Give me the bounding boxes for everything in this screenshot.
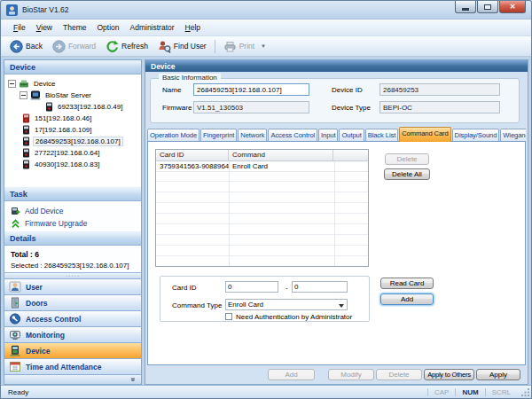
collapse-icon[interactable] (8, 80, 16, 88)
tab-command-card[interactable]: Command Card (399, 127, 450, 142)
minimize-icon (462, 8, 469, 11)
apply-to-others-button[interactable]: Apply to Others (424, 369, 474, 380)
device-panel-header: Device (4, 60, 141, 74)
card-id-label: Card ID (172, 284, 197, 292)
device-icon (45, 102, 53, 112)
menu-administrator[interactable]: Administrator (125, 20, 180, 35)
tab-operation-mode[interactable]: Operation Mode (147, 129, 200, 142)
add-device-link[interactable]: Add Device (11, 205, 135, 217)
details-total: Total : 6 (11, 250, 135, 259)
tab-output[interactable]: Output (339, 129, 364, 142)
tree-item-268459253-selected[interactable]: 268459253[192.168.0.107] (8, 136, 139, 147)
sidebar-item-monitoring[interactable]: Monitoring (4, 326, 141, 342)
tree-item-device-root[interactable]: Device (8, 78, 139, 90)
firmware-upgrade-icon (11, 219, 20, 229)
menu-help[interactable]: Help (180, 20, 206, 35)
tree-item-151[interactable]: 151[192.168.0.46] (8, 113, 139, 124)
tab-black-list[interactable]: Black List (365, 129, 399, 142)
toolbar-overflow-chevron[interactable]: ▾ (262, 43, 265, 50)
col-command: Command (229, 150, 333, 160)
back-icon (10, 40, 23, 53)
tab-input[interactable]: Input (318, 129, 338, 142)
command-type-select[interactable]: Enroll Card (225, 299, 348, 310)
status-cap: CAP (427, 388, 455, 396)
user-icon (9, 281, 21, 293)
refresh-button[interactable]: Refresh (101, 38, 153, 55)
tree-item-40930[interactable]: 40930[192.168.0.83] (8, 159, 139, 170)
tab-display-sound[interactable]: Display/Sound (452, 129, 500, 142)
menu-option[interactable]: Option (91, 20, 124, 35)
tab-wiegand[interactable]: Wiegand (500, 129, 526, 142)
table-row[interactable]: 3759341563-9088964 Enroll Card (156, 161, 368, 172)
add-device-icon (11, 207, 20, 216)
device-group-icon (19, 79, 29, 89)
sidebar-item-time-attendance[interactable]: Time and Attendance (4, 358, 141, 374)
restore-icon (484, 4, 491, 10)
chevron-down-icon (339, 304, 344, 308)
forward-button[interactable]: Forward (48, 38, 100, 55)
device-icon (22, 137, 30, 146)
maximize-button[interactable] (477, 1, 498, 13)
main-panel: Device Basic Information Name Firmware V… (145, 59, 528, 385)
apply-button[interactable]: Apply (476, 369, 520, 380)
basic-information-group: Basic Information Name Firmware V1.51_13… (150, 78, 520, 123)
device-nav-icon (9, 345, 21, 356)
nav-footer: » (4, 374, 141, 384)
tab-fingerprint[interactable]: Fingerprint (200, 129, 237, 142)
details-header: Details (4, 231, 141, 246)
card-id-range-separator: - (286, 284, 288, 292)
add-card-button[interactable]: Add (380, 293, 434, 305)
minimize-button[interactable] (455, 1, 476, 13)
tree-item-biostar-server[interactable]: BioStar Server (8, 90, 139, 101)
sidebar-item-doors[interactable]: Doors (4, 294, 141, 310)
back-button[interactable]: Back (5, 38, 47, 55)
cell-command: Enroll Card (229, 161, 333, 171)
modify-button[interactable]: Modify (328, 369, 374, 380)
read-card-button[interactable]: Read Card (380, 278, 434, 289)
sidebar-item-device[interactable]: Device (4, 342, 141, 358)
card-id-from-input[interactable] (225, 281, 278, 293)
firmware-label: Firmware (162, 104, 192, 112)
delete-button[interactable]: Delete (376, 369, 422, 380)
task-items: Add Device Firmware Upgrade (4, 201, 141, 231)
resize-grip[interactable] (521, 388, 530, 397)
tree-item-69233[interactable]: 69233[192.168.0.49] (8, 101, 139, 113)
details-box: Total : 6 Selected : 268459253[192.168.0… (4, 246, 141, 272)
menu-theme[interactable]: Theme (58, 20, 91, 35)
refresh-icon (106, 40, 119, 53)
tab-access-control[interactable]: Access Control (268, 129, 317, 142)
name-label: Name (162, 86, 181, 94)
find-user-button[interactable]: Find User (153, 38, 211, 55)
need-auth-label: Need Authentication by Administrator (236, 313, 352, 321)
add-button[interactable]: Add (268, 369, 315, 380)
menu-bar: File View Theme Option Administrator Hel… (1, 20, 531, 36)
need-auth-checkbox[interactable] (225, 313, 232, 320)
tree-item-17[interactable]: 17[192.168.0.109] (8, 124, 139, 136)
print-button[interactable]: Print (219, 38, 259, 55)
close-button[interactable]: ✕ (499, 1, 526, 13)
command-card-table[interactable]: Card ID Command 3759341563-9088964 Enrol… (155, 149, 369, 267)
menu-view[interactable]: View (31, 20, 58, 35)
status-scrl: SCRL (485, 388, 517, 396)
delete-card-button[interactable]: Delete (385, 153, 429, 165)
device-icon-red (22, 113, 30, 123)
app-icon (6, 4, 18, 16)
print-icon (223, 40, 237, 53)
sidebar-item-access-control[interactable]: Access Control (4, 310, 141, 326)
menu-file[interactable]: File (8, 20, 31, 35)
nav-overflow-chevron-icon[interactable]: » (128, 377, 137, 381)
app-window: BioStar V1.62 ✕ File View Theme Option A… (0, 0, 532, 399)
delete-all-button[interactable]: Delete All (384, 168, 430, 180)
card-id-to-input[interactable] (292, 281, 348, 293)
collapse-icon[interactable] (20, 91, 27, 99)
name-input[interactable] (193, 83, 309, 96)
forward-icon (52, 40, 66, 53)
panel-splitter-handle[interactable]: ····· (4, 272, 141, 278)
tab-network[interactable]: Network (238, 129, 267, 142)
firmware-upgrade-link[interactable]: Firmware Upgrade (11, 217, 135, 230)
device-icon (22, 160, 30, 169)
tree-item-27722[interactable]: 27722[192.168.0.64] (8, 147, 139, 159)
close-icon: ✕ (510, 3, 516, 11)
window-title: BioStar V1.62 (22, 5, 68, 14)
sidebar-item-user[interactable]: User (4, 278, 141, 294)
